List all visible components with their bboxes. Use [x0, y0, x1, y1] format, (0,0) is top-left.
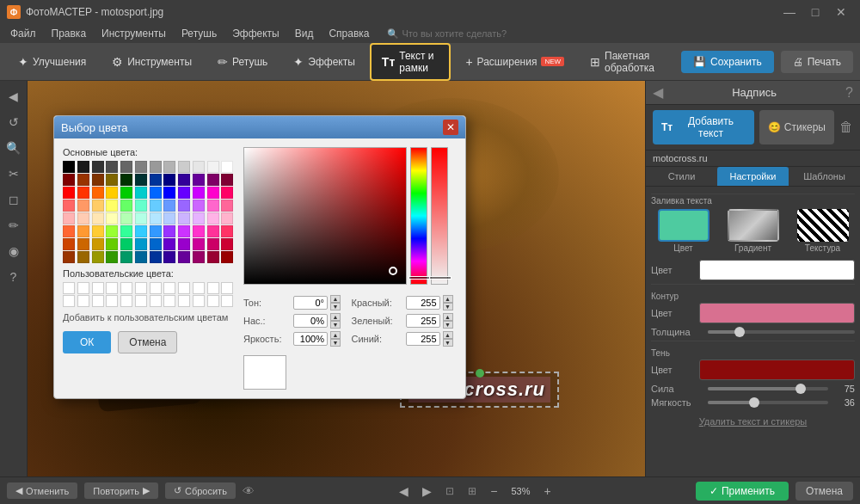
color-cell[interactable]	[150, 187, 162, 199]
zoom-plus-button[interactable]: +	[540, 484, 554, 498]
hue-bar[interactable]	[410, 147, 427, 285]
color-cell[interactable]	[92, 161, 104, 173]
search-input[interactable]	[402, 28, 523, 39]
color-cell[interactable]	[120, 187, 132, 199]
color-cell[interactable]	[193, 238, 205, 250]
zoom-prev-button[interactable]: ◀	[396, 484, 412, 498]
color-cell[interactable]	[120, 200, 132, 212]
zoom-next-button[interactable]: ▶	[419, 484, 435, 498]
custom-color-cell[interactable]	[135, 295, 147, 307]
color-cell[interactable]	[77, 225, 89, 237]
color-cell[interactable]	[63, 161, 75, 173]
red-input[interactable]	[406, 296, 440, 310]
tool-extensions[interactable]: + Расширения NEW	[454, 49, 575, 75]
tool-rotate[interactable]: ↺	[2, 110, 26, 134]
color-cell[interactable]	[163, 238, 175, 250]
tool-help[interactable]: ?	[2, 265, 26, 289]
custom-color-cell[interactable]	[207, 295, 219, 307]
color-cell[interactable]	[106, 174, 118, 186]
color-cell[interactable]	[193, 187, 205, 199]
menu-view[interactable]: Вид	[288, 26, 321, 41]
color-cell[interactable]	[193, 200, 205, 212]
tool-crop[interactable]: ✂	[2, 162, 26, 186]
custom-color-cell[interactable]	[120, 295, 132, 307]
custom-color-cell[interactable]	[150, 295, 162, 307]
hue-input[interactable]	[293, 296, 328, 310]
color-cell[interactable]	[178, 212, 190, 224]
tool-retouch[interactable]: ✏ Ретушь	[206, 49, 279, 75]
color-cell[interactable]	[77, 161, 89, 173]
tool-selection[interactable]: ◻	[2, 187, 26, 212]
color-cell[interactable]	[92, 174, 104, 186]
tool-text[interactable]: Тт Текст и рамки	[370, 43, 452, 81]
menu-effects[interactable]: Эффекты	[225, 26, 286, 41]
color-cell[interactable]	[135, 200, 147, 212]
custom-color-cell[interactable]	[207, 282, 219, 294]
color-cell[interactable]	[207, 212, 219, 224]
zoom-minus-button[interactable]: −	[487, 484, 501, 498]
save-button[interactable]: 💾 Сохранить	[681, 51, 774, 73]
color-cell[interactable]	[120, 225, 132, 237]
color-cell[interactable]	[63, 187, 75, 199]
hue-spinner[interactable]: ▲▼	[330, 295, 341, 310]
color-cell[interactable]	[221, 174, 233, 186]
blue-input[interactable]	[406, 332, 440, 346]
color-cell[interactable]	[150, 200, 162, 212]
color-cell[interactable]	[63, 251, 75, 263]
add-text-button[interactable]: Тт Добавить текст	[653, 110, 754, 144]
color-cell[interactable]	[150, 174, 162, 186]
undo-button[interactable]: ◀ Отменить	[7, 482, 77, 499]
color-cell[interactable]	[135, 174, 147, 186]
sat-input[interactable]	[293, 314, 328, 328]
add-custom-link[interactable]: Добавить к пользовательским цветам	[63, 312, 235, 323]
thickness-track[interactable]	[708, 330, 855, 334]
tool-heal[interactable]: ◉	[2, 239, 26, 263]
color-cell[interactable]	[120, 174, 132, 186]
color-cell[interactable]	[150, 212, 162, 224]
color-cell[interactable]	[106, 200, 118, 212]
color-cell[interactable]	[135, 238, 147, 250]
stickers-button[interactable]: 😊 Стикеры	[759, 110, 834, 144]
blue-spinner[interactable]: ▲▼	[443, 331, 453, 347]
redo-button[interactable]: Повторить ▶	[84, 482, 158, 499]
panel-back-arrow[interactable]: ◀	[653, 84, 663, 101]
color-cell[interactable]	[135, 225, 147, 237]
custom-color-cell[interactable]	[77, 295, 89, 307]
fit-icon[interactable]: ⊡	[442, 485, 458, 497]
delete-text-link[interactable]: Удалить текст и стикеры	[651, 411, 855, 432]
color-cell[interactable]	[207, 225, 219, 237]
print-button[interactable]: 🖨 Печать	[781, 51, 853, 73]
color-cell[interactable]	[221, 212, 233, 224]
color-cell[interactable]	[178, 187, 190, 199]
color-cell[interactable]	[221, 251, 233, 263]
custom-color-cell[interactable]	[178, 295, 190, 307]
color-cell[interactable]	[163, 187, 175, 199]
custom-color-cell[interactable]	[150, 282, 162, 294]
color-cell[interactable]	[150, 238, 162, 250]
color-cell[interactable]	[207, 174, 219, 186]
canvas-area[interactable]: motocross.ru Выбор цвета ✕ Основные цвет…	[28, 81, 645, 476]
custom-color-cell[interactable]	[77, 282, 89, 294]
tool-arrow[interactable]: ◀	[2, 84, 26, 108]
tool-batch[interactable]: ⊞ Пакетная обработка	[579, 44, 678, 80]
color-cell[interactable]	[77, 251, 89, 263]
custom-color-cell[interactable]	[163, 282, 175, 294]
color-cell[interactable]	[77, 187, 89, 199]
color-cell[interactable]	[163, 225, 175, 237]
tab-styles[interactable]: Стили	[646, 167, 717, 186]
fill-gradient-option[interactable]: Градиент	[721, 209, 785, 253]
custom-color-cell[interactable]	[63, 282, 75, 294]
tool-enhance[interactable]: ✦ Улучшения	[7, 49, 97, 75]
custom-color-cell[interactable]	[193, 282, 205, 294]
red-spinner[interactable]: ▲▼	[443, 295, 453, 310]
color-cell[interactable]	[63, 212, 75, 224]
color-cell[interactable]	[92, 238, 104, 250]
color-cell[interactable]	[77, 212, 89, 224]
color-cell[interactable]	[92, 200, 104, 212]
color-cell[interactable]	[92, 251, 104, 263]
bright-input[interactable]	[293, 332, 328, 346]
menu-tools[interactable]: Инструменты	[95, 26, 173, 41]
green-spinner[interactable]: ▲▼	[443, 313, 453, 329]
shadow-color-swatch[interactable]	[699, 360, 855, 380]
color-cell[interactable]	[92, 225, 104, 237]
